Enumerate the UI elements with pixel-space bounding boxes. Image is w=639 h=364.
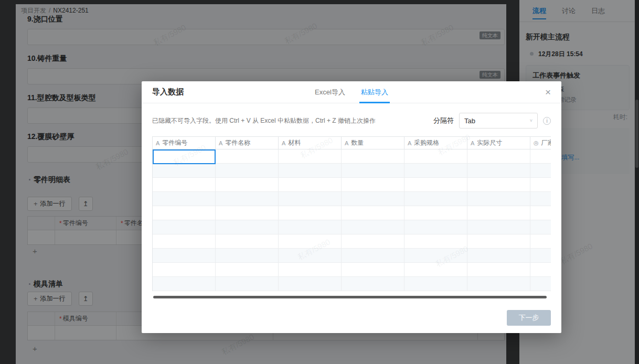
import-table-cell[interactable] xyxy=(342,220,404,234)
import-table-cell[interactable] xyxy=(279,206,342,220)
import-table-cell[interactable] xyxy=(279,178,342,192)
import-table-cell[interactable] xyxy=(342,263,404,277)
import-table-cell[interactable] xyxy=(279,192,342,206)
tab-paste-import[interactable]: 粘贴导入 xyxy=(361,81,388,103)
import-table-cell[interactable] xyxy=(216,277,279,291)
import-table-cell[interactable] xyxy=(153,178,216,192)
separator-select[interactable]: Tab ˅ xyxy=(459,113,538,129)
import-table-cell[interactable] xyxy=(216,149,279,164)
import-table-cell[interactable] xyxy=(530,164,551,178)
import-table-cell[interactable] xyxy=(153,249,216,263)
tab-excel-import[interactable]: Excel导入 xyxy=(315,81,345,103)
import-table-cell[interactable] xyxy=(153,263,216,277)
import-table-cell[interactable] xyxy=(530,263,551,277)
import-table-cell[interactable] xyxy=(342,164,404,178)
import-table-cell[interactable] xyxy=(530,206,551,220)
import-table-cell[interactable] xyxy=(404,249,467,263)
info-icon[interactable]: i xyxy=(543,117,551,125)
import-table-cell[interactable] xyxy=(216,220,279,234)
import-table-cell[interactable] xyxy=(530,234,551,249)
import-table-cell[interactable] xyxy=(153,234,216,249)
import-table-cell[interactable] xyxy=(530,220,551,234)
import-table-header-row: A零件编号A零件名称A材料A数量A采购规格A实际尺寸◎厂家 xyxy=(153,137,551,149)
import-table-cell[interactable] xyxy=(216,164,279,178)
import-column-label: 材料 xyxy=(288,138,301,147)
import-table-cell[interactable] xyxy=(467,149,530,164)
separator-controls: 分隔符 Tab ˅ i xyxy=(433,113,551,129)
close-icon[interactable]: × xyxy=(545,87,551,97)
import-table-row xyxy=(153,277,551,291)
import-table-cell[interactable] xyxy=(279,263,342,277)
separator-label: 分隔符 xyxy=(433,116,454,125)
import-table-cell[interactable] xyxy=(530,192,551,206)
paste-import-table: A零件编号A零件名称A材料A数量A采购规格A实际尺寸◎厂家 xyxy=(152,136,551,291)
import-table-cell[interactable] xyxy=(404,220,467,234)
import-table-cell[interactable] xyxy=(404,277,467,291)
import-table-row xyxy=(153,220,551,234)
import-table-row xyxy=(153,249,551,263)
import-column-header: A数量 xyxy=(342,137,404,149)
chevron-down-icon: ˅ xyxy=(530,118,532,123)
import-table-cell[interactable] xyxy=(342,178,404,192)
import-table-cell[interactable] xyxy=(467,164,530,178)
import-table-cell[interactable] xyxy=(467,263,530,277)
import-table-cell[interactable] xyxy=(404,206,467,220)
import-table-cell[interactable] xyxy=(404,164,467,178)
import-table-cell[interactable] xyxy=(404,178,467,192)
import-table-cell[interactable] xyxy=(467,220,530,234)
import-table-cell[interactable] xyxy=(216,263,279,277)
import-table-cell[interactable] xyxy=(342,234,404,249)
import-table-cell[interactable] xyxy=(404,234,467,249)
field-type-icon: ◎ xyxy=(534,140,539,146)
import-table-cell[interactable] xyxy=(153,277,216,291)
import-table-cell[interactable] xyxy=(216,249,279,263)
modal-toolbar: 已隐藏不可导入字段。使用 Ctrl + V 从 Excel 中粘贴数据，Ctrl… xyxy=(142,103,561,135)
import-table-cell[interactable] xyxy=(404,192,467,206)
import-table-cell[interactable] xyxy=(404,263,467,277)
import-table-cell[interactable] xyxy=(342,192,404,206)
import-column-label: 采购规格 xyxy=(414,138,439,147)
import-table-cell[interactable] xyxy=(530,249,551,263)
table-horizontal-scrollbar[interactable] xyxy=(153,296,550,298)
next-step-button[interactable]: 下一步 xyxy=(507,310,551,326)
import-table-cell[interactable] xyxy=(530,149,551,164)
import-table-cell[interactable] xyxy=(342,249,404,263)
import-table-cell[interactable] xyxy=(279,149,342,164)
import-table-cell[interactable] xyxy=(153,149,216,164)
modal-footer: 下一步 xyxy=(142,303,561,333)
import-table-body xyxy=(153,149,551,291)
import-table-cell[interactable] xyxy=(530,277,551,291)
import-table-row xyxy=(153,206,551,220)
import-table-cell[interactable] xyxy=(530,178,551,192)
import-table-cell[interactable] xyxy=(153,192,216,206)
import-table-cell[interactable] xyxy=(279,164,342,178)
import-table-cell[interactable] xyxy=(467,178,530,192)
import-table-cell[interactable] xyxy=(279,220,342,234)
import-table-row xyxy=(153,178,551,192)
import-table-cell[interactable] xyxy=(467,234,530,249)
import-table-cell[interactable] xyxy=(216,206,279,220)
import-table-cell[interactable] xyxy=(279,249,342,263)
import-table-cell[interactable] xyxy=(153,206,216,220)
import-table-cell[interactable] xyxy=(467,192,530,206)
import-table-cell[interactable] xyxy=(216,178,279,192)
import-column-label: 零件名称 xyxy=(225,138,250,147)
import-column-label: 零件编号 xyxy=(162,138,187,147)
import-column-header: ◎厂家 xyxy=(530,137,551,149)
import-table-cell[interactable] xyxy=(216,192,279,206)
import-table-cell[interactable] xyxy=(342,149,404,164)
import-table-cell[interactable] xyxy=(342,277,404,291)
scrollbar-thumb[interactable] xyxy=(153,296,547,298)
import-table-cell[interactable] xyxy=(467,277,530,291)
import-table-cell[interactable] xyxy=(216,234,279,249)
import-table-cell[interactable] xyxy=(279,277,342,291)
import-table-cell[interactable] xyxy=(342,206,404,220)
import-table-cell[interactable] xyxy=(153,220,216,234)
import-table-cell[interactable] xyxy=(467,206,530,220)
import-column-header: A材料 xyxy=(279,137,342,149)
import-table-cell[interactable] xyxy=(404,149,467,164)
import-table-row xyxy=(153,164,551,178)
import-table-cell[interactable] xyxy=(279,234,342,249)
import-table-cell[interactable] xyxy=(153,164,216,178)
import-table-cell[interactable] xyxy=(467,249,530,263)
